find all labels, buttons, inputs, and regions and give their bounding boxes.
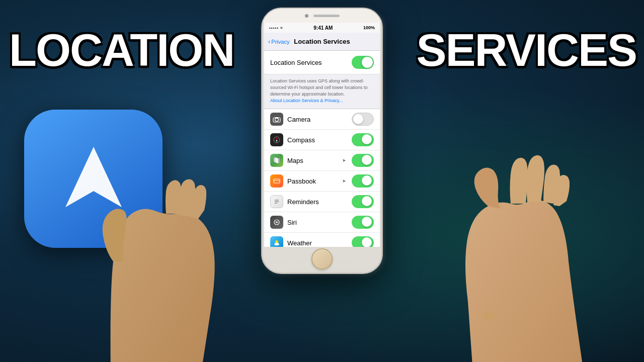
phone-mockup: ••••• ≈ 9:41 AM 100% ‹ Privacy Location … [261, 8, 383, 274]
maps-label: Maps [287, 157, 338, 164]
reminders-label: Reminders [287, 198, 348, 206]
location-services-section: Location Services [264, 51, 380, 74]
app-row-siri: Siri [264, 212, 380, 233]
toggle-knob [353, 114, 363, 124]
description-link[interactable]: About Location Services & Privacy... [270, 98, 374, 104]
camera-app-icon [270, 113, 283, 126]
camera-toggle[interactable] [352, 113, 374, 126]
siri-toggle[interactable] [352, 216, 374, 229]
description-text: Location Services uses GPS along with cr… [270, 78, 374, 98]
home-button[interactable] [311, 248, 333, 269]
toggle-knob [362, 237, 372, 247]
phone-body: ••••• ≈ 9:41 AM 100% ‹ Privacy Location … [261, 8, 383, 274]
toggle-knob [362, 57, 373, 68]
nav-title: Location Services [294, 38, 350, 45]
compass-toggle[interactable] [352, 133, 374, 146]
reminders-toggle[interactable] [352, 195, 374, 208]
battery-indicator: 100% [363, 25, 375, 30]
app-row-camera: Camera [264, 109, 380, 130]
svg-rect-7 [274, 179, 280, 183]
svg-marker-0 [65, 147, 122, 207]
back-chevron-icon: ‹ [268, 38, 270, 45]
title-location: LOCATION [9, 28, 234, 73]
camera-label: Camera [287, 116, 348, 123]
toggle-knob [362, 175, 372, 186]
status-bar: ••••• ≈ 9:41 AM 100% [264, 23, 380, 33]
svg-marker-5 [276, 137, 278, 140]
passbook-app-icon [270, 174, 283, 188]
back-button[interactable]: ‹ Privacy [268, 38, 289, 45]
title-services: SERVICES [416, 28, 636, 73]
reminders-app-icon [270, 195, 283, 208]
weather-app-icon [270, 236, 283, 247]
app-row-compass: Compass [264, 130, 380, 150]
siri-label: Siri [287, 219, 348, 226]
status-time: 9:41 AM [313, 25, 333, 31]
navigation-arrow-icon [53, 139, 134, 219]
phone-screen: ••••• ≈ 9:41 AM 100% ‹ Privacy Location … [264, 23, 380, 247]
app-row-weather: Weather [264, 233, 380, 247]
siri-app-icon [270, 216, 283, 229]
toggle-knob [362, 217, 372, 227]
nav-bar: ‹ Privacy Location Services [264, 33, 380, 51]
back-label: Privacy [271, 39, 289, 45]
svg-marker-6 [276, 140, 278, 142]
app-row-reminders: Reminders [264, 192, 380, 212]
signal-indicator: ••••• ≈ [269, 26, 283, 30]
maps-app-icon [270, 154, 283, 167]
toggle-knob [362, 134, 372, 144]
maps-location-arrow: ➤ [342, 158, 346, 163]
passbook-label: Passbook [287, 177, 338, 185]
front-camera [305, 14, 308, 18]
passbook-location-arrow: ➤ [342, 178, 346, 184]
weather-toggle[interactable] [352, 236, 374, 247]
location-toggle-row: Location Services [264, 51, 380, 74]
toggle-knob [362, 196, 372, 206]
app-row-maps: Maps ➤ [264, 150, 380, 171]
location-services-toggle[interactable] [352, 56, 374, 69]
app-row-passbook: Passbook ➤ [264, 171, 380, 192]
passbook-toggle[interactable] [352, 174, 374, 188]
location-app-icon [24, 110, 163, 248]
toggle-knob [362, 155, 372, 165]
compass-label: Compass [287, 136, 348, 144]
location-services-label: Location Services [270, 59, 322, 66]
phone-top-bezel [262, 9, 382, 23]
description-section: Location Services uses GPS along with cr… [264, 74, 380, 109]
weather-label: Weather [287, 239, 348, 247]
maps-toggle[interactable] [352, 154, 374, 167]
app-list: Camera Compass [264, 109, 380, 247]
speaker-grille [313, 15, 340, 17]
compass-app-icon [270, 133, 283, 146]
